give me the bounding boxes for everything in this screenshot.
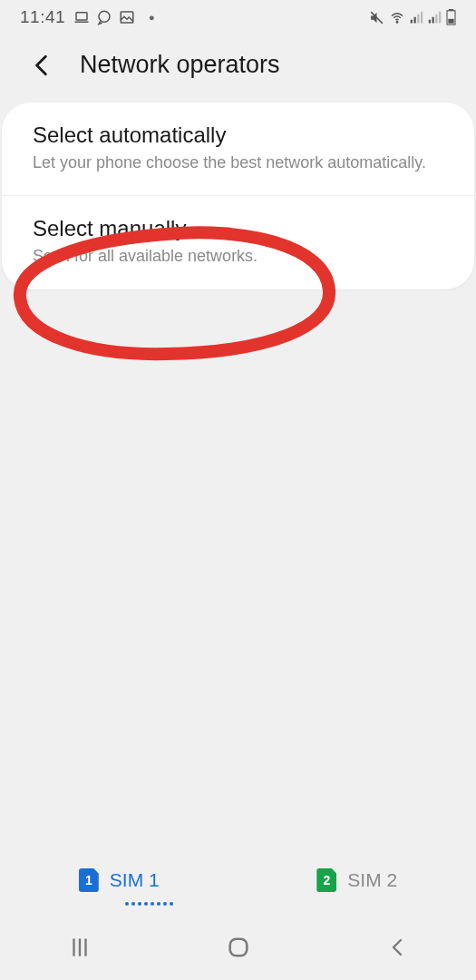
more-notifications-dot: ● bbox=[149, 12, 155, 23]
svg-rect-0 bbox=[76, 13, 87, 20]
active-tab-indicator bbox=[125, 902, 173, 906]
sim-tab-label: SIM 2 bbox=[347, 869, 397, 891]
sim-2-chip-icon: 2 bbox=[316, 868, 336, 892]
svg-rect-18 bbox=[229, 939, 247, 956]
tab-sim-2[interactable]: 2 SIM 2 bbox=[238, 853, 477, 907]
sim-tab-label: SIM 1 bbox=[110, 869, 160, 891]
option-title: Select automatically bbox=[33, 122, 443, 148]
svg-point-3 bbox=[396, 22, 398, 24]
system-nav-bar bbox=[0, 915, 476, 980]
svg-rect-8 bbox=[429, 19, 431, 23]
nav-recents-button[interactable] bbox=[53, 929, 107, 965]
option-select-automatically[interactable]: Select automatically Let your phone choo… bbox=[2, 103, 474, 195]
svg-rect-4 bbox=[411, 19, 413, 23]
sim-1-chip-icon: 1 bbox=[79, 868, 99, 892]
option-subtitle: Scan for all available networks. bbox=[33, 245, 443, 267]
whatsapp-icon bbox=[96, 9, 112, 25]
svg-rect-11 bbox=[439, 11, 441, 23]
sim-tabs: 1 SIM 1 2 SIM 2 bbox=[0, 853, 476, 907]
tab-sim-1[interactable]: 1 SIM 1 bbox=[0, 853, 238, 907]
option-select-manually[interactable]: Select manually Scan for all available n… bbox=[2, 195, 474, 289]
nav-back-button[interactable] bbox=[370, 929, 424, 965]
svg-rect-9 bbox=[432, 16, 434, 23]
svg-rect-7 bbox=[421, 11, 423, 23]
svg-point-1 bbox=[99, 11, 110, 22]
app-header: Network operators bbox=[0, 34, 476, 97]
svg-rect-6 bbox=[417, 14, 419, 23]
page-title: Network operators bbox=[80, 51, 280, 79]
status-bar: 11:41 ● bbox=[0, 0, 476, 34]
svg-rect-5 bbox=[414, 16, 416, 23]
laptop-icon bbox=[73, 9, 90, 25]
back-button[interactable] bbox=[29, 53, 54, 78]
option-title: Select manually bbox=[33, 216, 443, 241]
wifi-icon bbox=[389, 9, 405, 25]
signal-2-icon bbox=[428, 11, 442, 24]
image-icon bbox=[119, 9, 135, 25]
options-card: Select automatically Let your phone choo… bbox=[2, 103, 474, 289]
signal-1-icon bbox=[410, 11, 423, 24]
battery-icon bbox=[446, 9, 456, 25]
mute-icon bbox=[369, 10, 384, 25]
option-subtitle: Let your phone choose the best network a… bbox=[33, 152, 443, 173]
svg-rect-10 bbox=[435, 14, 437, 23]
nav-home-button[interactable] bbox=[211, 929, 266, 965]
status-time: 11:41 bbox=[20, 7, 65, 27]
svg-rect-14 bbox=[448, 19, 453, 24]
